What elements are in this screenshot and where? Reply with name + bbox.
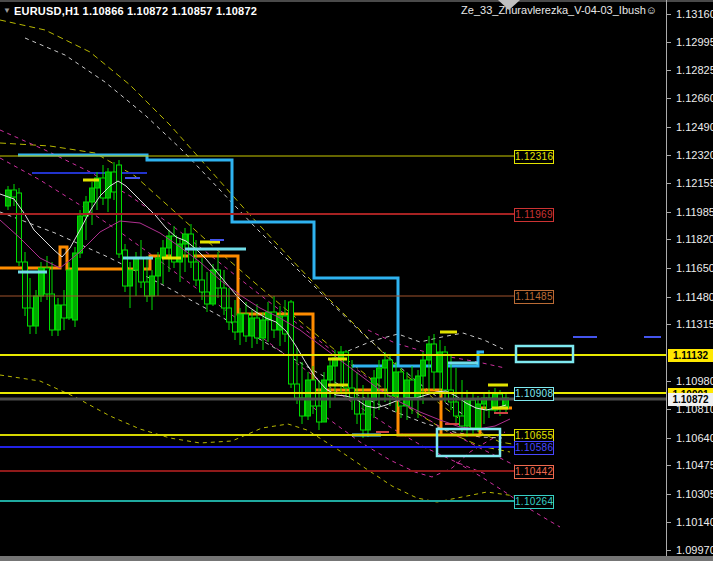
- price-axis-label: 1.11650: [676, 262, 713, 274]
- price-axis-tag: 1.10872: [668, 393, 713, 406]
- price-axis-tick: [666, 155, 671, 156]
- price-axis-label: 1.10980: [676, 375, 713, 387]
- level-price-label[interactable]: 1.10442: [514, 465, 554, 479]
- price-axis-label: 1.11315: [676, 318, 713, 330]
- price-axis-label: 1.11820: [676, 233, 713, 245]
- price-axis-tick: [666, 239, 671, 240]
- price-axis-label: 1.09970: [676, 544, 713, 556]
- price-axis-tick: [666, 212, 671, 213]
- price-axis-label: 1.12320: [676, 149, 713, 161]
- price-axis-label: 1.11985: [676, 206, 713, 218]
- candles-layer: [6, 160, 509, 438]
- level-price-label[interactable]: 1.10586: [514, 441, 554, 455]
- chart-shift-icon[interactable]: [498, 0, 520, 10]
- price-axis-tick: [666, 381, 671, 382]
- price-axis-tag: 1.11132: [668, 349, 713, 362]
- price-axis-tick: [666, 324, 671, 325]
- price-axis-tick: [666, 183, 671, 184]
- level-price-label[interactable]: 1.10264: [514, 495, 554, 509]
- price-axis-label: 1.12490: [676, 121, 713, 133]
- price-axis-tick: [666, 409, 671, 410]
- signal-rectangle[interactable]: [437, 429, 500, 456]
- level-price-label[interactable]: 1.11969: [514, 208, 554, 222]
- level-price-label[interactable]: 1.10908: [514, 387, 554, 401]
- price-axis-tick: [666, 494, 671, 495]
- indicator-bands-layer: [0, 20, 560, 527]
- price-axis-tick: [666, 42, 671, 43]
- price-axis-tick: [666, 14, 671, 15]
- price-axis-separator: [666, 0, 667, 556]
- indicator-label: Ze_33_Zhuravlerezka_V-04-03_Ibush☺: [461, 4, 657, 16]
- price-axis-tick: [666, 550, 671, 551]
- price-axis-label: 1.12995: [676, 36, 713, 48]
- price-axis-tick: [666, 522, 671, 523]
- price-axis-tick: [666, 465, 671, 466]
- price-axis-label: 1.10640: [676, 432, 713, 444]
- window-top-border: [0, 0, 713, 2]
- price-axis-label: 1.12660: [676, 92, 713, 104]
- price-axis-label: 1.12825: [676, 64, 713, 76]
- fractal-segments-layer: [18, 178, 661, 435]
- level-price-label[interactable]: 1.12316: [514, 150, 554, 164]
- price-axis-tick: [666, 98, 671, 99]
- price-axis-label: 1.13160: [676, 8, 713, 20]
- level-lines-layer: [0, 156, 666, 501]
- chart-canvas[interactable]: [0, 0, 713, 561]
- window-bottom-border: [0, 556, 713, 561]
- price-axis-tick: [666, 438, 671, 439]
- price-axis-tick: [666, 297, 671, 298]
- price-axis-label: 1.10305: [676, 488, 713, 500]
- level-price-label[interactable]: 1.11485: [514, 290, 554, 304]
- price-axis-label: 1.12155: [676, 177, 713, 189]
- chart-title-ohlc: EURUSD,H1 1.10866 1.10872 1.10857 1.1087…: [14, 5, 257, 17]
- price-axis-tick: [666, 127, 671, 128]
- price-axis-label: 1.10140: [676, 516, 713, 528]
- price-axis-label: 1.11480: [676, 291, 713, 303]
- price-axis-tick: [666, 268, 671, 269]
- price-axis-tick: [666, 70, 671, 71]
- price-axis-label: 1.10475: [676, 459, 713, 471]
- mt4-chart-window: ▼ EURUSD,H1 1.10866 1.10872 1.10857 1.10…: [0, 0, 713, 561]
- chart-dropdown-icon[interactable]: ▼: [3, 6, 11, 15]
